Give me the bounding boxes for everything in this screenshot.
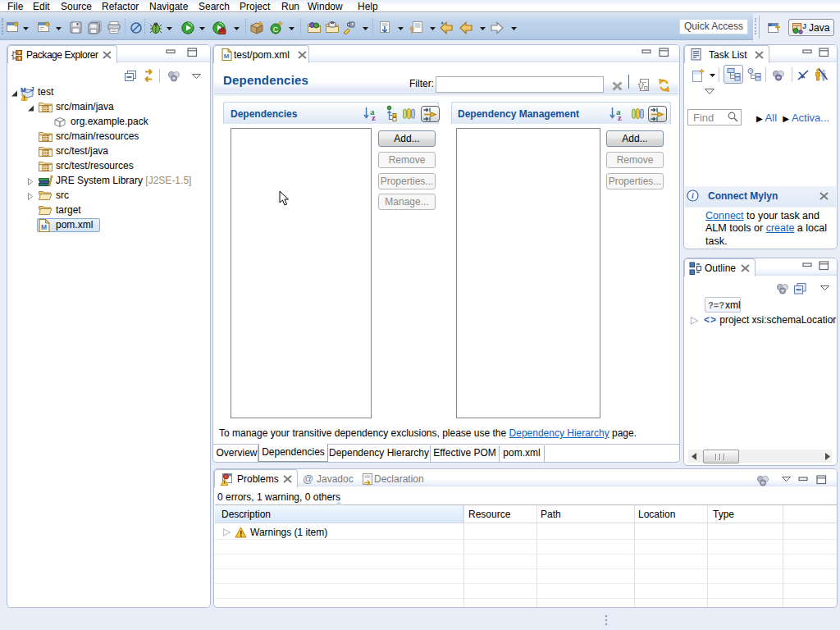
svg-text:J: J <box>802 22 806 30</box>
svg-text:M: M <box>41 223 47 231</box>
svg-text:M: M <box>21 86 26 94</box>
svg-text:i: i <box>692 191 694 200</box>
svg-text:C: C <box>273 25 279 34</box>
svg-text:z: z <box>372 112 376 122</box>
svg-text:M: M <box>224 52 230 60</box>
svg-text:J: J <box>30 85 34 93</box>
svg-text:z: z <box>618 112 622 122</box>
